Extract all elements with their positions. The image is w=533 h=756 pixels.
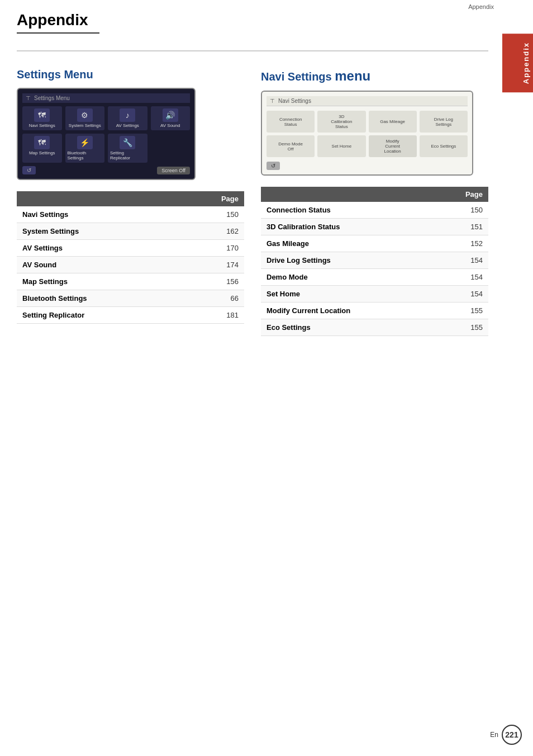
table-row: Gas Mileage152 [261, 235, 488, 252]
row-label: Gas Mileage [261, 235, 420, 252]
screenshot-bottom-bar: ↺ Screen Off [22, 166, 190, 174]
page-lang: En [490, 731, 498, 739]
row-page: 181 [176, 307, 244, 324]
replicator-icon: 🔧 [120, 136, 135, 149]
navi-item-demomode[interactable]: Demo ModeOff [266, 135, 315, 157]
navi-item-modifylocation[interactable]: ModifyCurrentLocation [369, 135, 417, 157]
bluetooth-icon: ⚡ [77, 136, 93, 149]
table-row: Connection Status150 [261, 202, 488, 219]
avsound-label: AV Sound [160, 123, 180, 128]
row-label: AV Sound [17, 257, 176, 273]
navi-item-calibration[interactable]: 3DCalibrationStatus [317, 111, 365, 133]
row-page: 154 [420, 286, 488, 303]
row-page: 150 [420, 202, 488, 219]
top-appendix-label: Appendix [468, 3, 494, 10]
screen-off-button[interactable]: Screen Off [157, 167, 190, 174]
row-label: Demo Mode [261, 269, 420, 286]
settings-item-map[interactable]: 🗺 Map Settings [22, 134, 62, 163]
settings-menu-title: Settings Menu [17, 68, 244, 81]
settings-item-bluetooth[interactable]: ⚡ Bluetooth Settings [65, 134, 105, 163]
row-page: 150 [176, 206, 244, 223]
table-row: System Settings162 [17, 223, 244, 240]
row-page: 66 [176, 290, 244, 307]
row-page: 170 [176, 240, 244, 257]
navi-table-col1-header [261, 187, 420, 202]
bluetooth-label: Bluetooth Settings [68, 150, 103, 160]
navi-item-drivelog[interactable]: Drive LogSettings [420, 111, 468, 133]
table-page-header: Page [176, 191, 244, 206]
settings-menu-table: Page Navi Settings150System Settings162A… [17, 191, 244, 324]
page-number: 221 [502, 725, 522, 745]
navi-settings-section: Navi Settings menu ⊤ Navi Settings Conne… [261, 68, 488, 336]
row-page: 174 [176, 257, 244, 273]
table-row: Modify Current Location155 [261, 303, 488, 319]
page-number-area: En 221 [490, 725, 522, 745]
table-row: Bluetooth Settings66 [17, 290, 244, 307]
row-label: System Settings [17, 223, 176, 240]
settings-item-avsound[interactable]: 🔊 AV Sound [151, 106, 191, 130]
navi-settings-title: Navi Settings menu [261, 68, 488, 84]
row-label: Modify Current Location [261, 303, 420, 319]
navi-title-prefix: Navi Settings [261, 70, 335, 83]
system-label: System Settings [69, 123, 101, 128]
navi-table-page-header: Page [420, 187, 488, 202]
table-row: Navi Settings150 [17, 206, 244, 223]
row-label: AV Settings [17, 240, 176, 257]
row-page: 154 [420, 252, 488, 269]
table-row: AV Settings170 [17, 240, 244, 257]
settings-icon-grid: 🗺 Navi Settings ⚙ System Settings ♪ AV S… [22, 106, 190, 163]
row-page: 162 [176, 223, 244, 240]
navi-settings-screenshot: ⊤ Navi Settings ConnectionStatus 3DCalib… [261, 91, 473, 176]
chapter-title: Appendix [17, 11, 99, 34]
settings-item-system[interactable]: ⚙ System Settings [65, 106, 105, 130]
settings-screenshot-titlebar: ⊤ Settings Menu [22, 93, 190, 103]
settings-titlebar-text: Settings Menu [34, 95, 70, 101]
row-page: 155 [420, 319, 488, 336]
row-label: Connection Status [261, 202, 420, 219]
system-icon: ⚙ [77, 108, 93, 122]
table-col1-header [17, 191, 176, 206]
navi-icon: 🗺 [34, 108, 50, 122]
back-button[interactable]: ↺ [22, 166, 36, 174]
table-row: Setting Replicator181 [17, 307, 244, 324]
av-label: AV Settings [116, 123, 139, 128]
navi-item-sethome[interactable]: Set Home [317, 135, 365, 157]
row-label: Drive Log Settings [261, 252, 420, 269]
table-row: 3D Calibration Status151 [261, 219, 488, 235]
row-label: 3D Calibration Status [261, 219, 420, 235]
navi-screenshot-titlebar: ⊤ Navi Settings [266, 96, 468, 106]
row-label: Map Settings [17, 273, 176, 290]
row-page: 151 [420, 219, 488, 235]
table-row: AV Sound174 [17, 257, 244, 273]
navi-title-suffix: menu [335, 68, 370, 83]
navi-item-ecosettings[interactable]: Eco Settings [420, 135, 468, 157]
row-page: 156 [176, 273, 244, 290]
row-label: Setting Replicator [17, 307, 176, 324]
avsound-icon: 🔊 [163, 108, 178, 122]
navi-item-connection[interactable]: ConnectionStatus [266, 111, 315, 133]
titlebar-icon: ⊤ [26, 95, 31, 101]
navi-titlebar-icon: ⊤ [270, 98, 275, 104]
navi-titlebar-text: Navi Settings [278, 98, 311, 104]
settings-item-av[interactable]: ♪ AV Settings [108, 106, 147, 130]
navi-item-gasmileage[interactable]: Gas Mileage [369, 111, 417, 133]
table-row: Drive Log Settings154 [261, 252, 488, 269]
settings-item-navi[interactable]: 🗺 Navi Settings [22, 106, 62, 130]
av-icon: ♪ [120, 108, 135, 122]
map-icon: 🗺 [34, 136, 50, 149]
settings-menu-section: Settings Menu ⊤ Settings Menu 🗺 Navi Set… [17, 68, 244, 336]
replicator-label: Setting Replicator [110, 150, 145, 160]
settings-item-replicator[interactable]: 🔧 Setting Replicator [108, 134, 147, 163]
table-row: Set Home154 [261, 286, 488, 303]
navi-back-button[interactable]: ↺ [266, 160, 468, 170]
navi-icons-row1: ConnectionStatus 3DCalibrationStatus Gas… [266, 111, 468, 133]
row-page: 155 [420, 303, 488, 319]
row-label: Navi Settings [17, 206, 176, 223]
map-label: Map Settings [29, 150, 55, 155]
navi-icons-row2: Demo ModeOff Set Home ModifyCurrentLocat… [266, 135, 468, 157]
table-row: Eco Settings155 [261, 319, 488, 336]
navi-label: Navi Settings [29, 123, 55, 128]
row-label: Set Home [261, 286, 420, 303]
row-label: Bluetooth Settings [17, 290, 176, 307]
navi-settings-table: Page Connection Status1503D Calibration … [261, 187, 488, 336]
